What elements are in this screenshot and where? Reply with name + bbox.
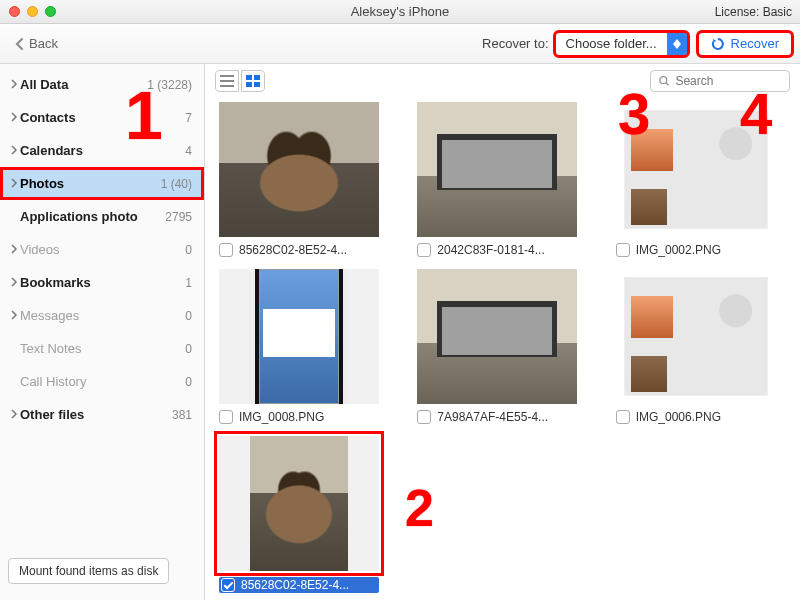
chevron-right-icon — [10, 308, 20, 323]
recover-icon — [711, 37, 725, 51]
chevron-right-icon — [10, 110, 20, 125]
sidebar-item-applications-photo[interactable]: Applications photo2795 — [0, 200, 204, 233]
sidebar-item-bookmarks[interactable]: Bookmarks1 — [0, 266, 204, 299]
back-label: Back — [29, 36, 58, 51]
main-toolbar — [205, 64, 800, 98]
select-checkbox[interactable] — [219, 243, 233, 257]
recover-to-label: Recover to: — [482, 36, 548, 51]
photo-cell[interactable]: 7A98A7AF-4E55-4... — [417, 269, 577, 424]
toolbar: Back Recover to: Choose folder... Recove… — [0, 24, 800, 64]
photo-grid: 85628C02-8E52-4...2042C83F-0181-4...IMG_… — [205, 98, 800, 600]
sidebar-item-count: 381 — [172, 408, 192, 422]
select-checkbox[interactable] — [616, 410, 630, 424]
sidebar-item-label: Contacts — [20, 110, 185, 125]
photo-cell[interactable]: IMG_0008.PNG — [219, 269, 379, 424]
sidebar-item-other-files[interactable]: Other files381 — [0, 398, 204, 431]
photo-cell[interactable]: 2042C83F-0181-4... — [417, 102, 577, 257]
photo-thumbnail[interactable] — [417, 102, 577, 237]
svg-point-4 — [660, 77, 667, 84]
svg-rect-0 — [246, 75, 252, 80]
search-input[interactable] — [675, 74, 781, 88]
photo-thumbnail[interactable] — [219, 102, 379, 237]
photo-thumbnail[interactable] — [616, 102, 776, 237]
sidebar-item-label: Messages — [20, 308, 185, 323]
select-checkbox[interactable] — [221, 578, 235, 592]
search-icon — [659, 75, 669, 87]
sidebar-item-count: 1 — [185, 276, 192, 290]
sidebar-item-videos[interactable]: Videos0 — [0, 233, 204, 266]
chevron-right-icon — [10, 275, 20, 290]
sidebar-item-contacts[interactable]: Contacts7 — [0, 101, 204, 134]
sidebar: All Data1 (3228)Contacts7Calendars4Photo… — [0, 64, 205, 600]
sidebar-item-label: Photos — [20, 176, 161, 191]
sidebar-item-label: Bookmarks — [20, 275, 185, 290]
chevron-right-icon — [10, 242, 20, 257]
sidebar-item-count: 4 — [185, 144, 192, 158]
photo-filename: IMG_0002.PNG — [636, 243, 776, 257]
sidebar-item-calendars[interactable]: Calendars4 — [0, 134, 204, 167]
sidebar-item-text-notes[interactable]: Text Notes0 — [0, 332, 204, 365]
chevron-right-icon — [10, 143, 20, 158]
sidebar-item-count: 0 — [185, 342, 192, 356]
window-title: Aleksey's iPhone — [0, 4, 800, 19]
sidebar-item-count: 0 — [185, 243, 192, 257]
photo-thumbnail[interactable] — [616, 269, 776, 404]
list-view-button[interactable] — [215, 70, 239, 92]
svg-rect-3 — [254, 82, 260, 87]
sidebar-item-messages[interactable]: Messages0 — [0, 299, 204, 332]
photo-filename: IMG_0008.PNG — [239, 410, 379, 424]
photo-thumbnail[interactable] — [219, 436, 379, 571]
select-checkbox[interactable] — [219, 410, 233, 424]
choose-folder-dropdown[interactable]: Choose folder... — [555, 32, 688, 56]
sidebar-item-count: 1 (3228) — [147, 78, 192, 92]
grid-view-button[interactable] — [241, 70, 265, 92]
photo-cell[interactable]: 85628C02-8E52-4... — [219, 102, 379, 257]
search-box[interactable] — [650, 70, 790, 92]
photo-filename: 7A98A7AF-4E55-4... — [437, 410, 577, 424]
photo-thumbnail[interactable] — [219, 269, 379, 404]
photo-filename: 85628C02-8E52-4... — [239, 243, 379, 257]
recover-button[interactable]: Recover — [698, 32, 792, 56]
license-label: License: Basic — [715, 5, 792, 19]
chevron-right-icon — [10, 77, 20, 92]
sidebar-item-label: Text Notes — [20, 341, 185, 356]
sidebar-item-count: 0 — [185, 309, 192, 323]
mount-disk-button[interactable]: Mount found items as disk — [8, 558, 169, 584]
choose-folder-label: Choose folder... — [556, 36, 667, 51]
photo-thumbnail[interactable] — [417, 269, 577, 404]
sidebar-item-count: 2795 — [165, 210, 192, 224]
select-checkbox[interactable] — [616, 243, 630, 257]
sidebar-item-label: Other files — [20, 407, 172, 422]
recover-label: Recover — [731, 36, 779, 51]
photo-filename: 85628C02-8E52-4... — [241, 578, 377, 592]
updown-icon — [667, 33, 687, 55]
select-checkbox[interactable] — [417, 243, 431, 257]
sidebar-item-count: 0 — [185, 375, 192, 389]
photo-cell[interactable]: IMG_0006.PNG — [616, 269, 776, 424]
titlebar: Aleksey's iPhone License: Basic — [0, 0, 800, 24]
photo-filename: 2042C83F-0181-4... — [437, 243, 577, 257]
chevron-left-icon — [14, 37, 25, 51]
view-toggle — [215, 70, 265, 92]
main-panel: 85628C02-8E52-4...2042C83F-0181-4...IMG_… — [205, 64, 800, 600]
sidebar-item-all-data[interactable]: All Data1 (3228) — [0, 68, 204, 101]
sidebar-item-label: All Data — [20, 77, 147, 92]
sidebar-item-label: Applications photo — [20, 209, 165, 224]
svg-rect-2 — [246, 82, 252, 87]
sidebar-item-label: Call History — [20, 374, 185, 389]
sidebar-item-call-history[interactable]: Call History0 — [0, 365, 204, 398]
photo-cell[interactable]: 85628C02-8E52-4... — [219, 436, 379, 593]
sidebar-item-count: 1 (40) — [161, 177, 192, 191]
sidebar-item-photos[interactable]: Photos1 (40) — [0, 167, 204, 200]
photo-filename: IMG_0006.PNG — [636, 410, 776, 424]
select-checkbox[interactable] — [417, 410, 431, 424]
chevron-right-icon — [10, 407, 20, 422]
svg-rect-1 — [254, 75, 260, 80]
sidebar-item-label: Videos — [20, 242, 185, 257]
chevron-right-icon — [10, 176, 20, 191]
sidebar-item-label: Calendars — [20, 143, 185, 158]
list-icon — [220, 75, 234, 87]
sidebar-item-count: 7 — [185, 111, 192, 125]
back-button[interactable]: Back — [8, 32, 64, 55]
photo-cell[interactable]: IMG_0002.PNG — [616, 102, 776, 257]
